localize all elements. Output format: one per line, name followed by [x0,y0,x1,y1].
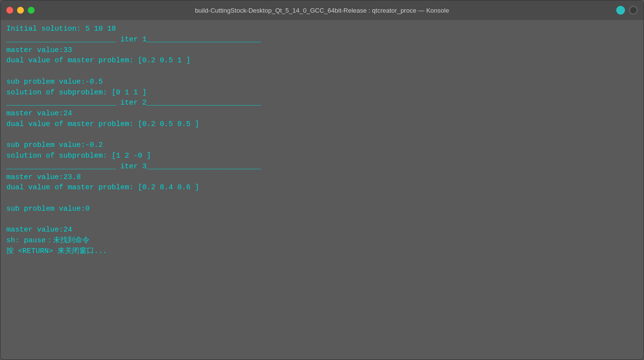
terminal-line: sub problem value:-0.2 [6,140,638,151]
terminal-line: solution of subproblem: [1 2 -0 ] [6,151,638,162]
maximize-button[interactable] [28,7,35,14]
terminal-line: sub problem value:-0.5 [6,77,638,88]
terminal-empty-line [6,215,638,225]
titlebar: build-CuttingStock-Desktop_Qt_5_14_0_GCC… [0,0,644,20]
terminal-line: dual value of master problem: [0.2 0.4 0… [6,182,638,193]
terminal-window: build-CuttingStock-Desktop_Qt_5_14_0_GCC… [0,0,644,360]
terminal-line: master value:24 [6,108,638,119]
terminal-line: dual value of master problem: [0.2 0.5 1… [6,55,638,66]
terminal-output: Initial solution: 5 10 18_______________… [0,20,644,360]
close-button[interactable] [6,7,13,14]
title-icons [616,6,638,15]
terminal-line: sub problem value:0 [6,204,638,215]
terminal-line: master value:24 [6,225,638,235]
terminal-empty-line [6,66,638,77]
terminal-line: _________________________ iter 1________… [6,35,638,45]
window-title: build-CuttingStock-Desktop_Qt_5_14_0_GCC… [195,7,449,14]
teal-icon[interactable] [616,6,625,15]
terminal-empty-line [6,130,638,141]
terminal-line: solution of subproblem: [0 1 1 ] [6,88,638,98]
terminal-line: _________________________ iter 3________… [6,162,638,172]
terminal-line: _________________________ iter 2________… [6,98,638,108]
terminal-line: Initial solution: 5 10 18 [6,24,638,35]
traffic-lights [6,7,35,14]
terminal-line: master value:23.8 [6,172,638,183]
terminal-line: 按 <RETURN> 来关闭窗口... [6,246,638,257]
minimize-button[interactable] [17,7,24,14]
terminal-line: master value:33 [6,45,638,56]
terminal-line: sh: pause：未找到命令 [6,235,638,246]
dark-icon[interactable] [629,6,638,15]
terminal-empty-line [6,193,638,204]
terminal-line: dual value of master problem: [0.2 0.5 0… [6,119,638,130]
